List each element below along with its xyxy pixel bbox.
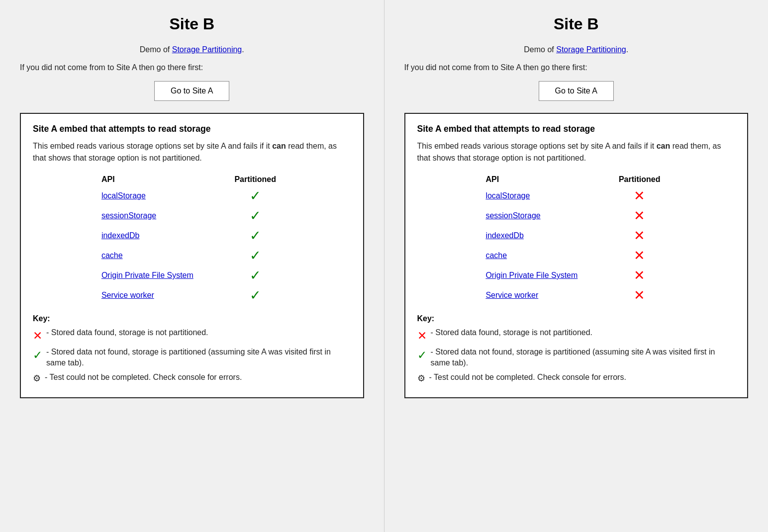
api-link-cache[interactable]: cache xyxy=(101,251,123,260)
cross-icon: ✕ xyxy=(634,248,645,263)
col-header-partitioned: Partitioned xyxy=(223,173,288,186)
key-title: Key: xyxy=(417,314,736,323)
check-icon: ✓ xyxy=(250,248,261,263)
site-a-prompt: If you did not come from to Site A then … xyxy=(20,63,364,72)
key-item: ✕- Stored data found, storage is not par… xyxy=(33,327,351,344)
table-row: cache✓ xyxy=(96,246,288,266)
gear-icon: ⚙ xyxy=(417,372,425,385)
key-item-text: - Test could not be completed. Check con… xyxy=(45,372,242,383)
api-link-localstorage[interactable]: localStorage xyxy=(101,191,146,200)
storage-partitioning-link[interactable]: Storage Partitioning xyxy=(556,45,626,54)
site-title: Site B xyxy=(404,15,749,33)
api-link-cache[interactable]: cache xyxy=(485,251,507,260)
key-section: Key:✕- Stored data found, storage is not… xyxy=(417,314,736,384)
api-link-origin-private-file-system[interactable]: Origin Private File System xyxy=(101,271,193,279)
storage-partitioning-link[interactable]: Storage Partitioning xyxy=(172,45,242,54)
cross-icon: ✕ xyxy=(634,188,645,203)
key-item-text: - Stored data found, storage is not part… xyxy=(46,327,208,338)
demo-text: Demo of Storage Partitioning. xyxy=(404,45,749,54)
table-row: Service worker✕ xyxy=(480,285,672,305)
go-to-site-a-button[interactable]: Go to Site A xyxy=(539,81,614,101)
table-row: sessionStorage✕ xyxy=(480,206,672,226)
api-link-service-worker[interactable]: Service worker xyxy=(101,291,154,299)
table-row: Origin Private File System✕ xyxy=(480,266,672,285)
api-link-sessionstorage[interactable]: sessionStorage xyxy=(101,211,156,220)
api-link-sessionstorage[interactable]: sessionStorage xyxy=(485,211,540,220)
key-item: ✓- Stored data not found, storage is par… xyxy=(417,347,736,369)
cross-icon: ✕ xyxy=(634,288,645,303)
api-link-service-worker[interactable]: Service worker xyxy=(485,291,538,299)
embed-box: Site A embed that attempts to read stora… xyxy=(20,113,364,398)
check-icon: ✓ xyxy=(33,347,42,363)
key-item-text: - Stored data not found, storage is part… xyxy=(431,347,736,369)
table-row: Service worker✓ xyxy=(96,285,288,305)
api-link-indexeddb[interactable]: indexedDb xyxy=(485,231,524,240)
check-icon: ✓ xyxy=(250,288,261,303)
col-header-partitioned: Partitioned xyxy=(607,173,672,186)
check-icon: ✓ xyxy=(417,347,427,363)
table-row: indexedDb✓ xyxy=(96,226,288,246)
site-a-prompt: If you did not come from to Site A then … xyxy=(404,63,749,72)
cross-icon: ✕ xyxy=(417,328,427,344)
key-item-text: - Stored data not found, storage is part… xyxy=(46,347,351,369)
api-table: APIPartitionedlocalStorage✕sessionStorag… xyxy=(480,173,672,305)
embed-title: Site A embed that attempts to read stora… xyxy=(33,124,351,134)
key-item: ✕- Stored data found, storage is not par… xyxy=(417,327,736,344)
api-link-indexeddb[interactable]: indexedDb xyxy=(101,231,140,240)
col-header-api: API xyxy=(480,173,607,186)
col-header-api: API xyxy=(96,173,223,186)
key-section: Key:✕- Stored data found, storage is not… xyxy=(33,314,351,384)
key-item-text: - Test could not be completed. Check con… xyxy=(429,372,626,383)
gear-icon: ⚙ xyxy=(33,372,41,385)
embed-box: Site A embed that attempts to read stora… xyxy=(404,113,749,398)
cross-icon: ✕ xyxy=(634,208,645,223)
check-icon: ✓ xyxy=(250,228,261,243)
api-table: APIPartitionedlocalStorage✓sessionStorag… xyxy=(96,173,288,305)
key-title: Key: xyxy=(33,314,351,323)
key-item-text: - Stored data found, storage is not part… xyxy=(431,327,593,338)
check-icon: ✓ xyxy=(250,268,261,283)
table-row: cache✕ xyxy=(480,246,672,266)
table-row: indexedDb✕ xyxy=(480,226,672,246)
api-link-localstorage[interactable]: localStorage xyxy=(485,191,530,200)
embed-description: This embed reads various storage options… xyxy=(33,140,351,164)
cross-icon: ✕ xyxy=(33,328,42,344)
table-row: localStorage✓ xyxy=(96,186,288,206)
api-link-origin-private-file-system[interactable]: Origin Private File System xyxy=(485,271,577,279)
cross-icon: ✕ xyxy=(634,268,645,283)
check-icon: ✓ xyxy=(250,208,261,223)
demo-text: Demo of Storage Partitioning. xyxy=(20,45,364,54)
cross-icon: ✕ xyxy=(634,228,645,243)
table-row: sessionStorage✓ xyxy=(96,206,288,226)
go-to-site-a-button[interactable]: Go to Site A xyxy=(154,81,229,101)
check-icon: ✓ xyxy=(250,188,261,203)
table-row: localStorage✕ xyxy=(480,186,672,206)
key-item: ⚙- Test could not be completed. Check co… xyxy=(417,372,736,385)
embed-description: This embed reads various storage options… xyxy=(417,140,736,164)
embed-title: Site A embed that attempts to read stora… xyxy=(417,124,736,134)
key-item: ✓- Stored data not found, storage is par… xyxy=(33,347,351,369)
panel-left: Site BDemo of Storage Partitioning.If yo… xyxy=(0,0,384,532)
table-row: Origin Private File System✓ xyxy=(96,266,288,285)
key-item: ⚙- Test could not be completed. Check co… xyxy=(33,372,351,385)
panel-right: Site BDemo of Storage Partitioning.If yo… xyxy=(384,0,768,532)
site-title: Site B xyxy=(20,15,364,33)
